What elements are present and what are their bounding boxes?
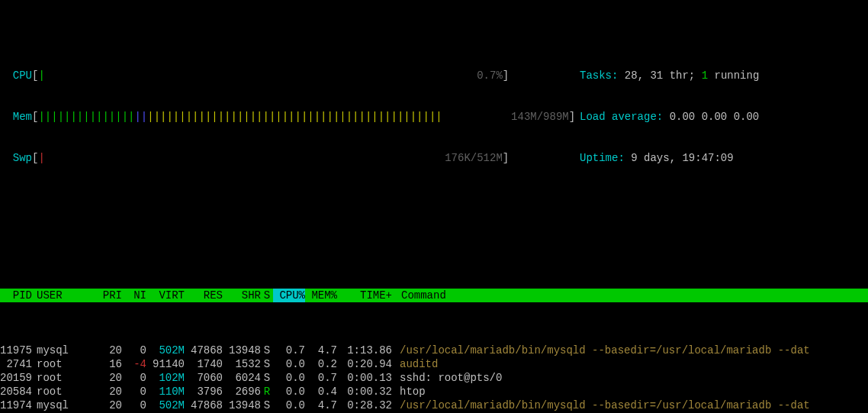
cell-virt: 110M bbox=[146, 385, 185, 398]
cell-res: 3796 bbox=[185, 385, 223, 398]
cell-res: 1740 bbox=[185, 357, 223, 371]
cell-command: htop bbox=[392, 385, 868, 398]
hdr-pri[interactable]: PRI bbox=[92, 289, 122, 302]
cell-state: R bbox=[261, 385, 273, 398]
cell-user: root bbox=[32, 371, 92, 385]
cell-pri: 16 bbox=[92, 357, 122, 371]
threads-count: 31 bbox=[650, 69, 663, 82]
cell-state: S bbox=[261, 344, 273, 357]
hdr-shr[interactable]: SHR bbox=[223, 289, 261, 302]
cell-ni: -4 bbox=[122, 357, 146, 371]
cell-pid: 20159 bbox=[0, 371, 32, 385]
process-list[interactable]: 11975mysql200502M4786813948S0.74.71:13.8… bbox=[0, 344, 868, 413]
hdr-res[interactable]: RES bbox=[185, 289, 223, 302]
cell-mem: 0.2 bbox=[305, 357, 337, 371]
cell-command: auditd bbox=[392, 357, 868, 371]
mem-value: 143M/989M bbox=[511, 111, 569, 123]
cell-mem: 4.7 bbox=[305, 398, 337, 412]
cell-time: 0:00.32 bbox=[337, 385, 392, 398]
cell-user: mysql bbox=[32, 398, 92, 412]
cell-cpu: 0.0 bbox=[273, 398, 305, 412]
cell-pri: 20 bbox=[92, 344, 122, 357]
process-row[interactable]: 11974mysql200502M4786813948S0.04.70:28.3… bbox=[0, 398, 868, 412]
cell-pri: 20 bbox=[92, 371, 122, 385]
cell-pid: 11974 bbox=[0, 398, 32, 412]
cell-cpu: 0.7 bbox=[273, 344, 305, 357]
cell-shr: 13948 bbox=[223, 398, 261, 412]
cell-time: 0:20.94 bbox=[337, 357, 392, 371]
load-value: 0.00 0.00 0.00 bbox=[670, 111, 760, 123]
info-panel: Tasks: 28, 31 thr; 1 running Load averag… bbox=[580, 41, 759, 192]
meters-panel: CPU[|0.7%] Mem[|||||||||||||||||||||||||… bbox=[0, 41, 580, 192]
cell-state: S bbox=[261, 398, 273, 412]
cell-ni: 0 bbox=[122, 398, 146, 412]
cell-mem: 0.4 bbox=[305, 385, 337, 398]
uptime-label: Uptime: bbox=[580, 152, 631, 164]
cell-mem: 0.7 bbox=[305, 371, 337, 385]
process-row[interactable]: 20159root200102M70606024S0.00.70:00.13ss… bbox=[0, 371, 868, 385]
cpu-meter: CPU[|0.7%] bbox=[0, 69, 580, 82]
cell-pid: 11975 bbox=[0, 344, 32, 357]
cell-mem: 4.7 bbox=[305, 344, 337, 357]
cell-virt: 502M bbox=[146, 344, 185, 357]
cell-shr: 6024 bbox=[223, 371, 261, 385]
hdr-mem[interactable]: MEM% bbox=[305, 289, 337, 302]
header-area: CPU[|0.7%] Mem[|||||||||||||||||||||||||… bbox=[0, 41, 868, 192]
cell-state: S bbox=[261, 371, 273, 385]
cell-ni: 0 bbox=[122, 385, 146, 398]
cell-virt: 502M bbox=[146, 398, 185, 412]
process-row[interactable]: 2741root16-49114017401532S0.00.20:20.94a… bbox=[0, 357, 868, 371]
cell-ni: 0 bbox=[122, 371, 146, 385]
hdr-s[interactable]: S bbox=[261, 289, 273, 302]
htop-screen: CPU[|0.7%] Mem[|||||||||||||||||||||||||… bbox=[0, 0, 868, 413]
process-row[interactable]: 11975mysql200502M4786813948S0.74.71:13.8… bbox=[0, 344, 868, 357]
uptime-value: 9 days, 19:47:09 bbox=[631, 152, 733, 164]
hdr-cpu[interactable]: CPU% bbox=[273, 289, 305, 302]
cell-command: /usr/local/mariadb/bin/mysqld --basedir=… bbox=[392, 398, 868, 412]
swp-bar: | bbox=[38, 152, 44, 164]
column-header[interactable]: PID USER PRI NI VIRT RES SHR S CPU% MEM%… bbox=[0, 289, 868, 302]
cpu-bar: | bbox=[38, 69, 44, 82]
tasks-count: 28 bbox=[625, 69, 638, 82]
running-count: 1 bbox=[702, 69, 708, 82]
cell-pid: 2741 bbox=[0, 357, 32, 371]
cell-pri: 20 bbox=[92, 398, 122, 412]
hdr-ni[interactable]: NI bbox=[122, 289, 146, 302]
cell-user: root bbox=[32, 385, 92, 398]
cell-time: 0:00.13 bbox=[337, 371, 392, 385]
cell-res: 7060 bbox=[185, 371, 223, 385]
cell-command: /usr/local/mariadb/bin/mysqld --basedir=… bbox=[392, 344, 868, 357]
cell-res: 47868 bbox=[185, 344, 223, 357]
swp-meter: Swp[|176K/512M] bbox=[0, 151, 580, 165]
hdr-user[interactable]: USER bbox=[32, 289, 92, 302]
cell-shr: 1532 bbox=[223, 357, 261, 371]
swp-value: 176K/512M bbox=[445, 152, 503, 164]
cell-state: S bbox=[261, 357, 273, 371]
cell-pid: 20584 bbox=[0, 385, 32, 398]
hdr-virt[interactable]: VIRT bbox=[146, 289, 185, 302]
tasks-label: Tasks: bbox=[580, 69, 625, 82]
cell-virt: 91140 bbox=[146, 357, 185, 371]
hdr-time[interactable]: TIME+ bbox=[337, 289, 392, 302]
process-row[interactable]: 20584root200110M37962696R0.00.40:00.32ht… bbox=[0, 385, 868, 398]
cell-time: 1:13.86 bbox=[337, 344, 392, 357]
mem-meter: Mem[||||||||||||||||||||||||||||||||||||… bbox=[0, 110, 580, 124]
cell-pri: 20 bbox=[92, 385, 122, 398]
hdr-pid[interactable]: PID bbox=[0, 289, 32, 302]
cell-res: 47868 bbox=[185, 398, 223, 412]
spacer bbox=[0, 234, 868, 247]
cell-time: 0:28.32 bbox=[337, 398, 392, 412]
cell-shr: 13948 bbox=[223, 344, 261, 357]
cell-user: mysql bbox=[32, 344, 92, 357]
cell-user: root bbox=[32, 357, 92, 371]
cell-shr: 2696 bbox=[223, 385, 261, 398]
cell-virt: 102M bbox=[146, 371, 185, 385]
cell-command: sshd: root@pts/0 bbox=[392, 371, 868, 385]
load-label: Load average: bbox=[580, 111, 670, 123]
hdr-cmd[interactable]: Command bbox=[392, 289, 868, 302]
cpu-value: 0.7% bbox=[477, 69, 503, 82]
cell-ni: 0 bbox=[122, 344, 146, 357]
cell-cpu: 0.0 bbox=[273, 371, 305, 385]
cell-cpu: 0.0 bbox=[273, 385, 305, 398]
cell-cpu: 0.0 bbox=[273, 357, 305, 371]
